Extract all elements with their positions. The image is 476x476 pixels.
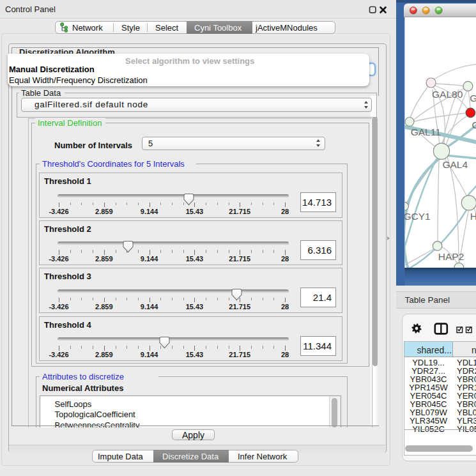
svg-text:GAL4: GAL4 — [442, 159, 468, 170]
svg-text:GAL80: GAL80 — [432, 89, 463, 100]
svg-text:HIS4: HIS4 — [470, 211, 476, 222]
svg-text:GAL3: GAL3 — [470, 93, 476, 104]
svg-text:GAL11: GAL11 — [411, 127, 441, 137]
svg-text:HAP2: HAP2 — [438, 251, 464, 262]
svg-text:CYC8: CYC8 — [472, 119, 476, 130]
svg-text:GCY1: GCY1 — [403, 211, 430, 222]
